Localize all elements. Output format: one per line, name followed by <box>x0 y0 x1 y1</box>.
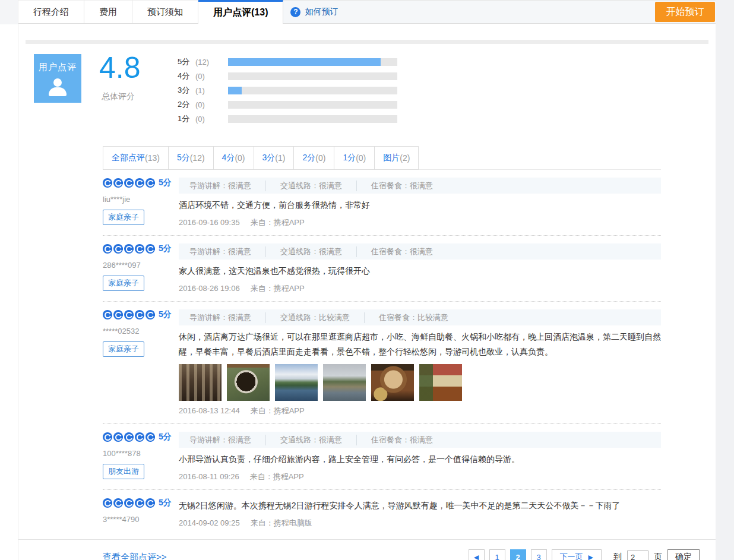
star-icon <box>113 244 123 254</box>
next-page-button[interactable]: 下一页▶ <box>552 549 602 560</box>
bar-track <box>228 115 397 123</box>
tab-itinerary[interactable]: 行程介绍 <box>18 0 84 23</box>
review-score: 5分 <box>159 432 172 442</box>
review-score: 5分 <box>159 243 172 254</box>
review-source: 来自：携程电脑版 <box>251 518 312 527</box>
review-photo-garden-moon-gate[interactable] <box>227 364 270 401</box>
review-score: 5分 <box>159 309 172 320</box>
review-item: 5分 liu****jie 家庭亲子 导游讲解：很满意 交通线路：很满意 住宿餐… <box>103 170 661 236</box>
person-icon <box>48 78 67 96</box>
bar-fill <box>228 58 381 66</box>
distribution-row-5: 5分 (12) <box>178 55 397 69</box>
how-to-book-label: 如何预订 <box>305 7 338 17</box>
star-icon <box>145 178 155 188</box>
filter-2-star[interactable]: 2分(0) <box>293 146 334 170</box>
start-booking-button[interactable]: 开始预订 <box>655 2 715 22</box>
review-date: 2016-08-26 19:06 <box>179 284 240 293</box>
rating-stars: 5分 <box>103 498 179 508</box>
view-all-reviews-link[interactable]: 查看全部点评>> <box>103 552 167 560</box>
review-date: 2016-09-16 09:35 <box>179 218 240 227</box>
tab-user-reviews[interactable]: 用户点评(13) <box>198 0 283 24</box>
bar-track <box>228 58 397 66</box>
sub-ratings-bar: 导游讲解：很满意 交通线路：很满意 住宿餐食：很满意 <box>179 178 661 194</box>
tab-fees[interactable]: 费用 <box>84 0 132 23</box>
review-photo-lakeside-cliffs[interactable] <box>323 364 366 401</box>
content-container: 行程介绍 费用 预订须知 用户点评(13) ? 如何预订 开始预订 用户点评 <box>18 0 716 560</box>
page-background-corner <box>0 0 18 24</box>
confirm-button[interactable]: 确定 <box>667 549 700 560</box>
bar-fill <box>228 87 242 94</box>
prev-arrow-icon: ◀ <box>474 554 479 560</box>
distribution-row-3: 3分 (1) <box>178 83 397 97</box>
star-icon <box>135 178 144 188</box>
review-date: 2014-09-02 09:25 <box>179 518 240 527</box>
review-text: 休闲，酒店离万达广场很近，可以在那里逛逛商店超市，小吃、海鲜自助餐、火锅和小吃都… <box>179 330 661 359</box>
prev-page-button[interactable]: ◀ <box>469 549 485 560</box>
review-source: 来自：携程APP <box>250 472 304 481</box>
review-photo-dishes-collage[interactable] <box>419 364 462 401</box>
page-1-button[interactable]: 1 <box>489 549 505 560</box>
trip-type-tag: 家庭亲子 <box>103 276 144 291</box>
star-icon <box>113 432 123 442</box>
goto-page-control: 到 页 确定 <box>613 549 700 560</box>
review-text: 无锡2日悠闲游。本次携程无锡2日游行程安排令人满意，导游风默有趣，唯一美中不足的… <box>179 498 661 513</box>
review-item: 5分 3*****4790 无锡2日悠闲游。本次携程无锡2日游行程安排令人满意，… <box>103 490 661 536</box>
distribution-row-1: 1分 (0) <box>178 112 397 126</box>
review-item: 5分 *****02532 家庭亲子 导游讲解：很满意 交通线路：比较满意 住宿… <box>103 302 661 424</box>
review-photo-strip <box>179 364 661 401</box>
reviewer-name: 3*****4790 <box>103 515 179 524</box>
review-source: 来自：携程APP <box>251 218 305 227</box>
filter-5-star[interactable]: 5分(12) <box>168 146 214 170</box>
review-item: 5分 100****878 朋友出游 导游讲解：很满意 交通线路：很满意 住宿餐… <box>103 424 661 490</box>
bar-track <box>228 87 397 94</box>
rating-stars: 5分 <box>103 432 179 442</box>
footer-divider <box>18 539 716 540</box>
top-tab-bar: 行程介绍 费用 预订须知 用户点评(13) ? 如何预订 开始预订 <box>18 0 716 24</box>
reviewer-name: 100****878 <box>103 449 179 458</box>
star-icon <box>103 310 112 319</box>
star-icon <box>135 310 144 319</box>
review-photo-steamed-buns[interactable] <box>371 364 414 401</box>
review-text: 家人很满意，这天泡温泉也不感觉很热，玩得很开心 <box>179 264 661 279</box>
tab-booking-notes[interactable]: 预订须知 <box>132 0 198 23</box>
filter-4-star[interactable]: 4分(0) <box>213 146 254 170</box>
how-to-book-link[interactable]: ? 如何预订 <box>290 7 338 17</box>
sub-ratings-bar: 导游讲解：很满意 交通线路：比较满意 住宿餐食：比较满意 <box>179 309 661 325</box>
review-photo-lake-view[interactable] <box>275 364 318 401</box>
pagination: ◀ 1 2 3 下一页▶ 到 页 确定 <box>469 549 700 560</box>
review-photo-hotel-room[interactable] <box>179 364 222 401</box>
overall-score-label: 总体评分 <box>102 91 163 102</box>
filter-all-reviews[interactable]: 全部点评(13) <box>103 146 169 170</box>
overall-score-block: 4.8 总体评分 <box>99 54 163 126</box>
bar-track <box>228 72 397 80</box>
trip-type-tag: 朋友出游 <box>103 464 144 479</box>
review-text: 小邢导游认真负责，仔细介绍旅游内容，路上安全管理，有问必答，是一个值得信赖的导游… <box>179 452 661 467</box>
reviewer-name: 286****097 <box>103 261 179 270</box>
rating-stars: 5分 <box>103 243 179 254</box>
section-divider <box>26 40 708 44</box>
goto-suffix: 页 <box>654 552 662 560</box>
page-3-button[interactable]: 3 <box>531 549 547 560</box>
footer: 查看全部点评>> ◀ 1 2 3 下一页▶ 到 页 确定 <box>103 549 700 560</box>
star-icon <box>135 432 144 442</box>
goto-page-input[interactable] <box>627 550 648 560</box>
filter-3-star[interactable]: 3分(1) <box>254 146 295 170</box>
page-2-button-active[interactable]: 2 <box>510 549 526 560</box>
reviewer-name: *****02532 <box>103 327 179 336</box>
star-icon <box>113 498 123 508</box>
rating-stars: 5分 <box>103 309 179 320</box>
filter-with-photos[interactable]: 图片(2) <box>374 146 419 170</box>
overall-score: 4.8 <box>99 52 163 84</box>
score-distribution: 5分 (12) 4分 (0) 3分 (1) 2分 (0) <box>178 54 397 126</box>
rating-summary: 用户点评 4.8 总体评分 5分 (12) 4分 (0) <box>34 54 716 126</box>
star-icon <box>124 498 134 508</box>
filter-1-star[interactable]: 1分(0) <box>334 146 375 170</box>
question-mark-icon: ? <box>290 7 300 17</box>
review-score: 5分 <box>159 178 172 188</box>
review-item: 5分 286****097 家庭亲子 导游讲解：很满意 交通线路：很满意 住宿餐… <box>103 236 661 302</box>
sub-ratings-bar: 导游讲解：很满意 交通线路：很满意 住宿餐食：很满意 <box>179 432 661 448</box>
distribution-row-4: 4分 (0) <box>178 69 397 83</box>
star-icon <box>103 432 112 442</box>
star-icon <box>135 498 144 508</box>
star-icon <box>135 244 144 254</box>
